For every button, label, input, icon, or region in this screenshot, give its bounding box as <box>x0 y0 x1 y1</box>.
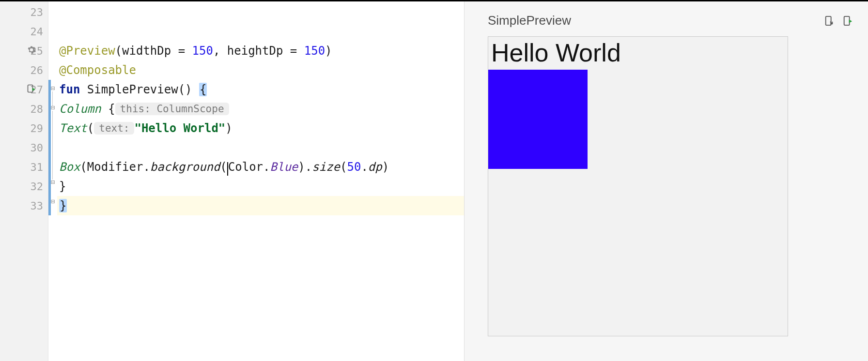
line-number: 26 <box>31 64 44 76</box>
code-text: (Modifier. <box>80 160 150 174</box>
line-number: 32 <box>31 180 44 193</box>
code-text: . <box>361 160 368 174</box>
code-area[interactable]: @Preview(widthDp = 150, heightDp = 150) … <box>57 1 464 361</box>
code-text: (widthDp = <box>115 44 192 58</box>
number-literal: 150 <box>192 44 213 58</box>
run-gutter-icon[interactable] <box>27 84 36 95</box>
enum-ref: Blue <box>270 160 298 174</box>
deploy-preview-icon[interactable] <box>842 15 853 27</box>
function-name: SimplePreview() <box>80 83 199 96</box>
code-text: ) <box>325 44 332 58</box>
line-number: 28 <box>31 103 44 115</box>
inline-hint: this: ColumnScope <box>115 103 229 115</box>
code-text: ) <box>382 160 389 174</box>
line-number: 31 <box>31 161 44 173</box>
interactive-preview-icon[interactable] <box>823 15 835 27</box>
keyword: fun <box>59 83 80 96</box>
code-line[interactable]: fun SimplePreview() { <box>57 80 464 99</box>
preview-header: SimplePreview <box>488 13 853 28</box>
ide-root: 23 24 25 26 27 28 29 30 31 32 33 <box>0 0 868 361</box>
fold-end-icon[interactable]: ⊟ <box>49 179 56 185</box>
code-text: ( <box>340 160 347 174</box>
code-line[interactable]: @Composable <box>57 60 464 80</box>
number-literal: 150 <box>304 44 325 58</box>
code-line[interactable]: Text( text: "Hello World") <box>57 119 464 138</box>
line-number: 30 <box>31 142 44 154</box>
code-line[interactable]: Box(Modifier.background(Color.Blue).size… <box>57 157 464 177</box>
gear-icon[interactable] <box>27 45 36 57</box>
code-line[interactable] <box>57 22 464 41</box>
number-literal: 50 <box>347 160 361 174</box>
code-line[interactable]: Column { this: ColumnScope <box>57 99 464 119</box>
compose-preview-pane: SimplePreview Hello World <box>464 1 868 361</box>
preview-surface[interactable]: Hello World <box>488 36 788 336</box>
code-text: ( <box>220 160 227 174</box>
annotation: @Preview <box>59 44 115 58</box>
preview-title: SimplePreview <box>488 13 571 28</box>
code-line[interactable]: } <box>57 177 464 196</box>
function-call: Column <box>59 102 101 116</box>
function-call: Box <box>59 160 80 174</box>
code-text: ). <box>298 160 312 174</box>
brace: { <box>199 83 207 96</box>
brace: { <box>101 102 115 116</box>
text-caret <box>227 162 228 176</box>
code-editor-pane: 23 24 25 26 27 28 29 30 31 32 33 <box>0 1 464 361</box>
type-ref: Color. <box>228 160 270 174</box>
code-line[interactable] <box>57 2 464 22</box>
fold-end-icon[interactable]: ⊟ <box>49 198 56 205</box>
fold-toggle-icon[interactable]: ⊟ <box>49 104 56 111</box>
extension-call: background <box>150 160 220 174</box>
code-line[interactable]: @Preview(widthDp = 150, heightDp = 150) <box>57 41 464 60</box>
fold-guide <box>52 111 53 180</box>
preview-rendered-box <box>488 70 588 169</box>
code-text: ) <box>225 121 232 135</box>
editor-gutter[interactable]: 23 24 25 26 27 28 29 30 31 32 33 <box>0 1 48 361</box>
function-call: Text <box>59 121 87 135</box>
svg-rect-2 <box>844 16 850 25</box>
preview-rendered-text: Hello World <box>488 37 788 70</box>
code-line[interactable] <box>57 138 464 157</box>
code-text: ( <box>87 121 94 135</box>
string-literal: "Hello World" <box>134 121 225 135</box>
line-number: 29 <box>31 122 44 135</box>
svg-rect-0 <box>28 85 33 92</box>
brace: } <box>59 180 66 193</box>
code-line-current[interactable]: } <box>57 196 464 215</box>
line-number: 24 <box>31 26 44 38</box>
brace: } <box>59 199 67 212</box>
extension-prop: dp <box>368 160 382 174</box>
extension-call: size <box>312 160 340 174</box>
line-number: 23 <box>31 6 44 18</box>
code-text: , heightDp = <box>213 44 304 58</box>
fold-column[interactable]: ⊟ ⊟ ⊟ ⊟ <box>48 1 57 361</box>
change-marker <box>48 80 51 215</box>
fold-toggle-icon[interactable]: ⊟ <box>49 85 56 91</box>
annotation: @Composable <box>59 63 136 77</box>
inline-hint: text: <box>94 122 134 135</box>
line-number: 33 <box>31 200 44 212</box>
